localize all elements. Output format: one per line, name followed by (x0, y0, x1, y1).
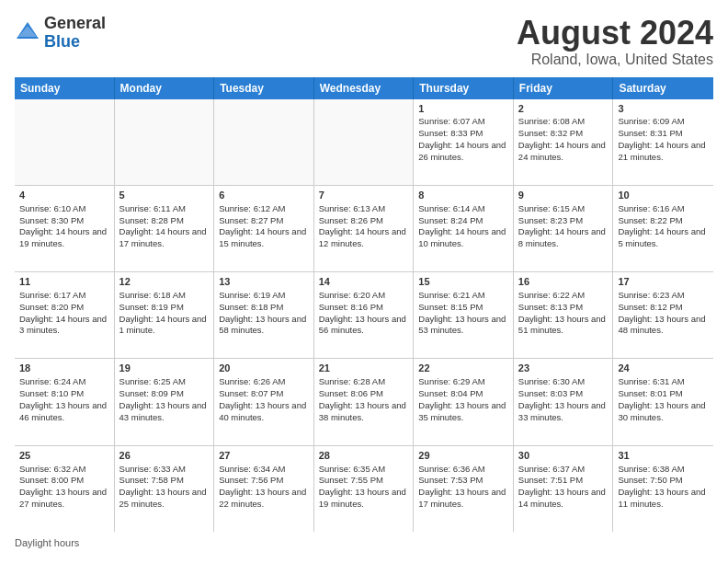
calendar-day: 27Sunrise: 6:34 AMSunset: 7:56 PMDayligh… (214, 446, 314, 532)
calendar-row: 18Sunrise: 6:24 AMSunset: 8:10 PMDayligh… (15, 359, 713, 445)
day-number: 30 (518, 449, 609, 463)
day-number: 24 (618, 362, 709, 375)
day-number: 12 (119, 275, 210, 289)
calendar-day: 4Sunrise: 6:10 AMSunset: 8:30 PMDaylight… (15, 186, 115, 271)
title-block: August 2024 Roland, Iowa, United States (517, 15, 713, 68)
calendar-day: 18Sunrise: 6:24 AMSunset: 8:10 PMDayligh… (15, 359, 115, 444)
logo-general: General (44, 15, 106, 33)
day-number: 29 (418, 449, 508, 463)
footer-text: Daylight hours (15, 537, 79, 548)
calendar-day (15, 99, 115, 185)
logo: General Blue (15, 15, 106, 52)
header-day: Sunday (15, 77, 115, 99)
calendar-title: August 2024 (517, 15, 713, 52)
calendar-day: 8Sunrise: 6:14 AMSunset: 8:24 PMDaylight… (414, 186, 514, 271)
calendar-day: 17Sunrise: 6:23 AMSunset: 8:12 PMDayligh… (613, 272, 713, 358)
header-day: Friday (514, 77, 614, 99)
day-number: 15 (418, 275, 508, 289)
calendar-body: 1Sunrise: 6:07 AMSunset: 8:33 PMDaylight… (15, 99, 713, 532)
day-number: 18 (19, 362, 109, 375)
calendar-day: 21Sunrise: 6:28 AMSunset: 8:06 PMDayligh… (314, 359, 415, 444)
logo-text: General Blue (44, 15, 106, 52)
page: General Blue August 2024 Roland, Iowa, U… (0, 0, 728, 563)
calendar: SundayMondayTuesdayWednesdayThursdayFrid… (15, 77, 713, 532)
day-number: 3 (618, 102, 709, 116)
calendar-day (115, 99, 215, 185)
day-number: 10 (618, 189, 709, 202)
footer: Daylight hours (15, 537, 713, 548)
calendar-day: 30Sunrise: 6:37 AMSunset: 7:51 PMDayligh… (514, 446, 614, 532)
calendar-row: 1Sunrise: 6:07 AMSunset: 8:33 PMDaylight… (15, 99, 713, 186)
day-number: 23 (518, 362, 609, 375)
day-number: 31 (618, 449, 709, 463)
calendar-day: 2Sunrise: 6:08 AMSunset: 8:32 PMDaylight… (514, 99, 614, 185)
calendar-row: 11Sunrise: 6:17 AMSunset: 8:20 PMDayligh… (15, 272, 713, 359)
day-number: 22 (418, 362, 508, 375)
calendar-day: 6Sunrise: 6:12 AMSunset: 8:27 PMDaylight… (214, 186, 314, 271)
calendar-day: 24Sunrise: 6:31 AMSunset: 8:01 PMDayligh… (613, 359, 713, 444)
calendar-day: 20Sunrise: 6:26 AMSunset: 8:07 PMDayligh… (214, 359, 314, 444)
day-number: 25 (19, 449, 109, 463)
calendar-day: 1Sunrise: 6:07 AMSunset: 8:33 PMDaylight… (414, 99, 514, 185)
calendar-day: 15Sunrise: 6:21 AMSunset: 8:15 PMDayligh… (414, 272, 514, 358)
day-number: 1 (418, 102, 508, 116)
header: General Blue August 2024 Roland, Iowa, U… (15, 15, 713, 68)
header-day: Thursday (414, 77, 514, 99)
day-number: 2 (518, 102, 609, 116)
calendar-day: 25Sunrise: 6:32 AMSunset: 8:00 PMDayligh… (15, 446, 115, 532)
calendar-day: 9Sunrise: 6:15 AMSunset: 8:23 PMDaylight… (514, 186, 614, 271)
calendar-header: SundayMondayTuesdayWednesdayThursdayFrid… (15, 77, 713, 99)
calendar-subtitle: Roland, Iowa, United States (517, 52, 713, 68)
calendar-day: 13Sunrise: 6:19 AMSunset: 8:18 PMDayligh… (214, 272, 314, 358)
day-number: 19 (119, 362, 210, 375)
calendar-day: 3Sunrise: 6:09 AMSunset: 8:31 PMDaylight… (613, 99, 713, 185)
calendar-row: 25Sunrise: 6:32 AMSunset: 8:00 PMDayligh… (15, 446, 713, 532)
calendar-day: 23Sunrise: 6:30 AMSunset: 8:03 PMDayligh… (514, 359, 614, 444)
calendar-day (214, 99, 314, 185)
day-number: 28 (319, 449, 409, 463)
calendar-day: 10Sunrise: 6:16 AMSunset: 8:22 PMDayligh… (613, 186, 713, 271)
day-number: 27 (219, 449, 309, 463)
day-number: 7 (319, 189, 409, 202)
calendar-day: 22Sunrise: 6:29 AMSunset: 8:04 PMDayligh… (414, 359, 514, 444)
calendar-day: 16Sunrise: 6:22 AMSunset: 8:13 PMDayligh… (514, 272, 614, 358)
day-number: 11 (19, 275, 109, 289)
day-number: 8 (418, 189, 508, 202)
day-number: 17 (618, 275, 709, 289)
calendar-day (314, 99, 415, 185)
calendar-day: 31Sunrise: 6:38 AMSunset: 7:50 PMDayligh… (613, 446, 713, 532)
day-number: 6 (219, 189, 309, 202)
calendar-day: 26Sunrise: 6:33 AMSunset: 7:58 PMDayligh… (115, 446, 215, 532)
calendar-day: 11Sunrise: 6:17 AMSunset: 8:20 PMDayligh… (15, 272, 115, 358)
day-number: 16 (518, 275, 609, 289)
calendar-day: 29Sunrise: 6:36 AMSunset: 7:53 PMDayligh… (414, 446, 514, 532)
day-number: 5 (119, 189, 210, 202)
calendar-day: 28Sunrise: 6:35 AMSunset: 7:55 PMDayligh… (314, 446, 415, 532)
header-day: Monday (115, 77, 215, 99)
calendar-day: 19Sunrise: 6:25 AMSunset: 8:09 PMDayligh… (115, 359, 215, 444)
header-day: Tuesday (214, 77, 314, 99)
day-number: 14 (319, 275, 409, 289)
day-number: 9 (518, 189, 609, 202)
logo-blue: Blue (44, 33, 106, 52)
svg-marker-1 (18, 26, 37, 37)
day-number: 4 (19, 189, 109, 202)
header-day: Saturday (613, 77, 713, 99)
calendar-day: 12Sunrise: 6:18 AMSunset: 8:19 PMDayligh… (115, 272, 215, 358)
calendar-day: 14Sunrise: 6:20 AMSunset: 8:16 PMDayligh… (314, 272, 415, 358)
day-number: 21 (319, 362, 409, 375)
day-number: 26 (119, 449, 210, 463)
header-day: Wednesday (314, 77, 415, 99)
calendar-day: 5Sunrise: 6:11 AMSunset: 8:28 PMDaylight… (115, 186, 215, 271)
day-number: 20 (219, 362, 309, 375)
calendar-day: 7Sunrise: 6:13 AMSunset: 8:26 PMDaylight… (314, 186, 415, 271)
calendar-row: 4Sunrise: 6:10 AMSunset: 8:30 PMDaylight… (15, 186, 713, 272)
logo-icon (15, 20, 40, 46)
day-number: 13 (219, 275, 309, 289)
